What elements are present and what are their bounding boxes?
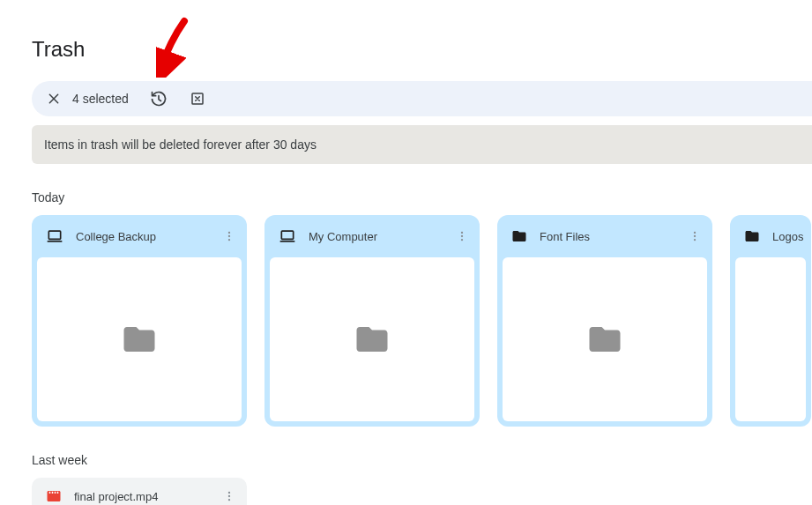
card-more-button[interactable] bbox=[219, 226, 240, 247]
restore-button[interactable] bbox=[141, 81, 176, 116]
svg-point-9 bbox=[461, 235, 463, 237]
svg-point-4 bbox=[228, 235, 230, 237]
svg-point-13 bbox=[694, 239, 696, 241]
svg-point-3 bbox=[228, 232, 230, 234]
trash-item-card[interactable]: My Computer bbox=[264, 215, 480, 427]
more-vert-icon bbox=[689, 230, 701, 242]
folder-icon bbox=[583, 321, 627, 358]
card-title: My Computer bbox=[309, 230, 439, 243]
selection-bar: 4 selected bbox=[32, 81, 812, 116]
svg-point-14 bbox=[228, 492, 230, 494]
card-header: Font Files bbox=[497, 215, 712, 257]
section-label-today: Today bbox=[32, 190, 812, 204]
delete-forever-icon bbox=[190, 91, 205, 107]
section-label-lastweek: Last week bbox=[32, 453, 812, 467]
card-more-button[interactable] bbox=[451, 226, 473, 247]
svg-point-10 bbox=[461, 239, 463, 241]
laptop-icon bbox=[46, 227, 63, 245]
file-more-button[interactable] bbox=[219, 486, 240, 505]
delete-forever-button[interactable] bbox=[180, 81, 215, 116]
restore-icon bbox=[150, 90, 168, 108]
card-preview bbox=[735, 257, 806, 421]
folder-icon bbox=[350, 321, 394, 358]
video-icon bbox=[46, 488, 62, 504]
card-title: Font Files bbox=[540, 230, 672, 243]
card-header: College Backup bbox=[32, 215, 247, 257]
card-title: Logos bbox=[772, 230, 804, 243]
selection-count-label: 4 selected bbox=[72, 92, 129, 106]
trash-item-card[interactable]: Logos bbox=[730, 215, 811, 427]
card-preview bbox=[503, 257, 707, 421]
trash-item-card[interactable]: Font Files bbox=[497, 215, 712, 427]
more-vert-icon bbox=[456, 230, 468, 242]
more-vert-icon bbox=[223, 490, 235, 502]
card-preview bbox=[37, 257, 242, 421]
close-icon bbox=[47, 92, 61, 106]
card-more-button[interactable] bbox=[684, 226, 705, 247]
more-vert-icon bbox=[223, 230, 235, 242]
trash-item-row[interactable]: final project.mp4 bbox=[32, 478, 247, 505]
svg-point-8 bbox=[461, 232, 463, 234]
trash-item-card[interactable]: College Backup bbox=[32, 215, 247, 427]
today-items-row: College Backup My Computer Font Files bbox=[0, 215, 812, 427]
page-title: Trash bbox=[0, 0, 812, 62]
svg-rect-6 bbox=[281, 231, 293, 239]
laptop-icon bbox=[279, 227, 296, 245]
card-title: College Backup bbox=[76, 230, 206, 243]
folder-icon bbox=[117, 321, 161, 358]
folder-icon bbox=[744, 228, 760, 244]
card-header: My Computer bbox=[264, 215, 480, 257]
trash-notice: Items in trash will be deleted forever a… bbox=[32, 125, 812, 164]
file-title: final project.mp4 bbox=[74, 490, 206, 503]
svg-point-12 bbox=[694, 235, 696, 237]
svg-point-11 bbox=[694, 232, 696, 234]
card-preview bbox=[270, 257, 474, 421]
svg-point-16 bbox=[228, 499, 230, 501]
close-selection-button[interactable] bbox=[41, 85, 67, 112]
card-header: Logos bbox=[730, 215, 811, 257]
folder-icon bbox=[511, 228, 527, 244]
trash-notice-text: Items in trash will be deleted forever a… bbox=[44, 137, 317, 152]
svg-point-5 bbox=[228, 239, 230, 241]
svg-rect-1 bbox=[48, 231, 60, 239]
svg-point-15 bbox=[228, 495, 230, 497]
